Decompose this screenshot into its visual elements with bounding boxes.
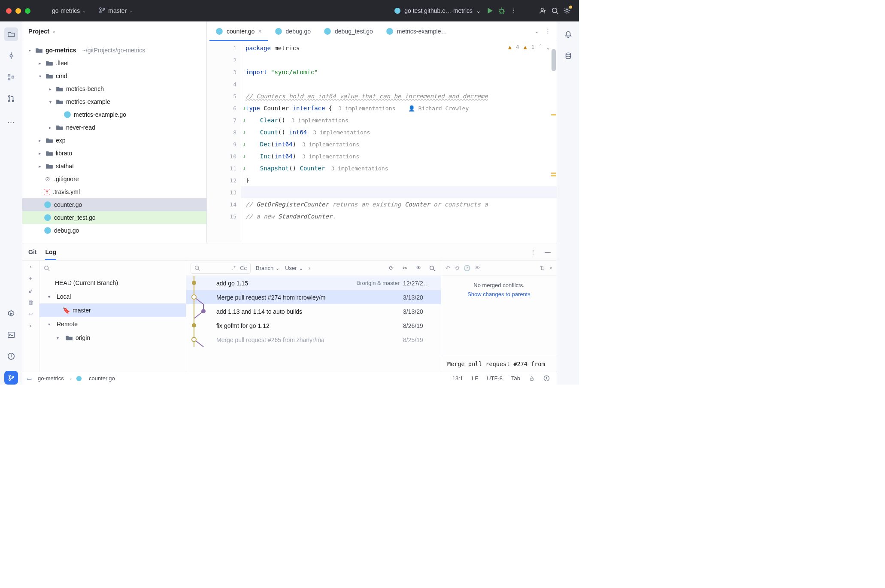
regex-toggle[interactable]: .* [232, 265, 236, 271]
tree-node[interactable]: metrics-bench [22, 82, 206, 95]
branch-master[interactable]: 🔖 master [39, 303, 186, 317]
history-icon[interactable]: 🕑 [464, 265, 470, 271]
tree-node[interactable]: exp [22, 134, 206, 147]
inlay-hint[interactable]: 3 implementations [302, 153, 359, 160]
editor-scrollbar[interactable] [551, 41, 557, 243]
project-toolwindow-button[interactable] [4, 27, 18, 41]
tabs-dropdown-icon[interactable]: ⌄ [534, 28, 539, 34]
tree-node[interactable]: .fleet [22, 57, 206, 70]
close-details-icon[interactable]: × [549, 265, 552, 271]
breadcrumb-file[interactable]: counter.go [86, 375, 118, 382]
settings-icon[interactable] [561, 5, 573, 17]
author-hint[interactable]: 👤 Richard Crowley [401, 105, 469, 112]
project-toolwindow-header[interactable]: Project ⌄ [22, 21, 206, 41]
tree-node[interactable]: Y .travis.yml [22, 185, 206, 198]
inlay-hint[interactable]: 3 implementations [331, 165, 388, 172]
tree-node[interactable]: cmd [22, 70, 206, 82]
implements-icon[interactable]: ⬇ [242, 141, 249, 147]
commit-toolwindow-button[interactable] [4, 49, 18, 63]
implements-icon[interactable]: ⬇ [242, 165, 249, 171]
expand-icon[interactable] [37, 164, 43, 169]
git-tab-git[interactable]: Git [28, 243, 36, 260]
expand-icon[interactable] [47, 125, 53, 130]
branch-group-remote[interactable]: Remote [39, 317, 186, 331]
commit-row-selected[interactable]: Merge pull request #274 from rcrowley/m … [186, 290, 441, 304]
expand-icon[interactable] [37, 151, 43, 156]
more-icon[interactable]: ⋮ [530, 249, 536, 255]
version-control-toolwindow-button[interactable] [4, 371, 18, 385]
branch-search[interactable] [39, 261, 186, 276]
warning-marker[interactable] [551, 114, 556, 115]
tree-node[interactable]: metrics-example [22, 95, 206, 108]
code-with-me-icon[interactable] [537, 5, 549, 17]
commit-row[interactable]: Merge pull request #265 from zhanyr/ma 8… [186, 333, 441, 347]
add-icon[interactable]: ＋ [28, 275, 33, 282]
tree-node[interactable]: never-read [22, 121, 206, 134]
close-window-button[interactable] [6, 8, 12, 14]
eye-icon[interactable]: 👁 [414, 264, 423, 273]
tree-node[interactable]: debug.go [22, 224, 206, 237]
problems-status-icon[interactable] [541, 375, 552, 382]
branch-group-local[interactable]: Local [39, 290, 186, 303]
implements-icon[interactable]: ⬇ [242, 117, 249, 123]
delete-icon[interactable]: 🗑 [28, 299, 33, 306]
tab-counter[interactable]: counter.go × [209, 21, 268, 41]
branch-selector[interactable]: master ⌄ [96, 5, 135, 17]
tree-node-selected[interactable]: counter.go [22, 198, 206, 211]
match-case-toggle[interactable]: Cc [240, 265, 247, 271]
next-highlight-icon[interactable]: ⌄ [546, 44, 550, 50]
expand-icon[interactable] [47, 100, 53, 104]
prev-highlight-icon[interactable]: ˆ [539, 44, 542, 50]
commit-row[interactable]: fix gofmt for go 1.12 8/26/19 [186, 318, 441, 333]
commit-row[interactable]: add go 1.15 ⧉ origin & master 12/27/2… [186, 276, 441, 290]
warning-marker[interactable] [551, 175, 556, 176]
readonly-toggle-icon[interactable] [526, 376, 537, 382]
more-filters-icon[interactable]: › [309, 265, 310, 271]
structure-toolwindow-button[interactable] [4, 70, 18, 84]
inspection-widget[interactable]: ▲4 ▲1 ˆ ⌄ [508, 44, 550, 50]
database-button[interactable] [561, 49, 575, 63]
expand-icon[interactable] [37, 61, 43, 66]
preview-icon[interactable]: 👁 [475, 265, 480, 271]
tree-node[interactable]: stathat [22, 160, 206, 173]
expand-icon[interactable] [27, 48, 33, 53]
expand-left-icon[interactable]: ‹ [30, 263, 31, 270]
file-encoding[interactable]: UTF-8 [484, 375, 505, 382]
run-configuration-selector[interactable]: go test github.c…-metrics ⌄ [391, 7, 484, 14]
caret-position[interactable]: 13:1 [450, 375, 466, 382]
line-separator[interactable]: LF [469, 375, 481, 382]
indent-setting[interactable]: Tab [509, 375, 523, 382]
inlay-hint[interactable]: 3 implementations [291, 117, 349, 124]
implements-icon[interactable]: ⬇ [242, 129, 249, 135]
hide-icon[interactable]: — [545, 249, 551, 255]
collapse-icon[interactable]: ↙ [28, 288, 33, 294]
tab-debug[interactable]: debug.go [269, 21, 317, 41]
tree-node[interactable]: ⊘ .gitignore [22, 173, 206, 185]
expand-collapse-icon[interactable]: ⇅ [540, 265, 545, 271]
code-body[interactable]: package metrics import "sync/atomic" // … [241, 41, 557, 243]
tree-node[interactable]: librato [22, 147, 206, 160]
tree-node[interactable]: counter_test.go [22, 211, 206, 224]
commit-row[interactable]: add 1.13 and 1.14 to auto builds 3/13/20 [186, 304, 441, 318]
expand-icon[interactable] [47, 86, 53, 92]
expand-icon[interactable] [48, 294, 54, 299]
implements-icon[interactable]: ⬇ [242, 153, 249, 159]
project-selector[interactable]: go-metrics ⌄ [49, 6, 88, 16]
branch-head[interactable]: HEAD (Current Branch) [39, 276, 186, 290]
arrow-icon[interactable]: ↩ [28, 311, 33, 317]
run-button[interactable] [484, 5, 496, 17]
implements-icon[interactable]: ⬇ [242, 105, 249, 111]
cherry-pick-icon[interactable]: ✂ [400, 264, 409, 273]
pull-requests-button[interactable] [4, 92, 18, 106]
search-everywhere-icon[interactable] [549, 5, 561, 17]
close-tab-icon[interactable]: × [258, 28, 261, 35]
tabs-more-icon[interactable]: ⋮ [545, 28, 551, 34]
zoom-window-button[interactable] [25, 8, 30, 14]
search-icon[interactable] [428, 264, 436, 273]
terminal-toolwindow-button[interactable] [4, 328, 18, 342]
more-toolwindows-button[interactable]: … [4, 113, 18, 127]
branch-origin[interactable]: origin [39, 331, 186, 345]
show-changes-link[interactable]: Show changes to parents [467, 291, 530, 297]
tree-node[interactable]: metrics-example.go [22, 108, 206, 121]
breadcrumb-root[interactable]: go-metrics [35, 375, 67, 382]
